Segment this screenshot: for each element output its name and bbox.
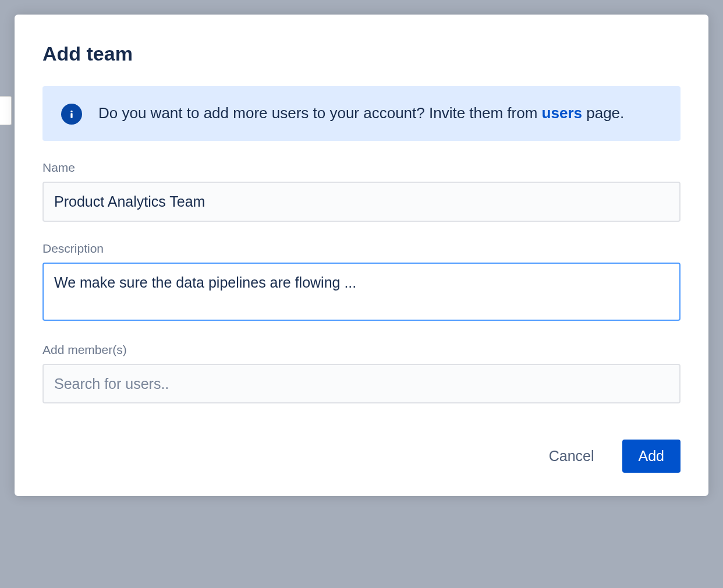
background-panel-fragment xyxy=(0,96,12,125)
description-input[interactable] xyxy=(42,263,681,321)
description-label: Description xyxy=(42,242,681,256)
add-button[interactable]: Add xyxy=(622,440,681,473)
name-field-group: Name xyxy=(42,161,681,222)
modal-footer-buttons: Cancel Add xyxy=(42,440,681,473)
info-text-before: Do you want to add more users to your ac… xyxy=(98,104,542,122)
members-label: Add member(s) xyxy=(42,343,681,357)
description-field-group: Description xyxy=(42,242,681,323)
members-field-group: Add member(s) xyxy=(42,343,681,404)
members-search-input[interactable] xyxy=(42,364,681,404)
cancel-button[interactable]: Cancel xyxy=(535,440,608,473)
add-team-modal: Add team Do you want to add more users t… xyxy=(15,15,708,496)
modal-title: Add team xyxy=(42,42,681,65)
name-input[interactable] xyxy=(42,182,681,222)
svg-rect-1 xyxy=(70,113,72,118)
info-text-after: page. xyxy=(582,104,624,122)
users-link[interactable]: users xyxy=(542,104,582,122)
name-label: Name xyxy=(42,161,681,175)
svg-point-0 xyxy=(70,111,72,112)
info-icon xyxy=(61,104,82,125)
info-banner-text: Do you want to add more users to your ac… xyxy=(98,102,624,125)
info-banner: Do you want to add more users to your ac… xyxy=(42,86,681,141)
